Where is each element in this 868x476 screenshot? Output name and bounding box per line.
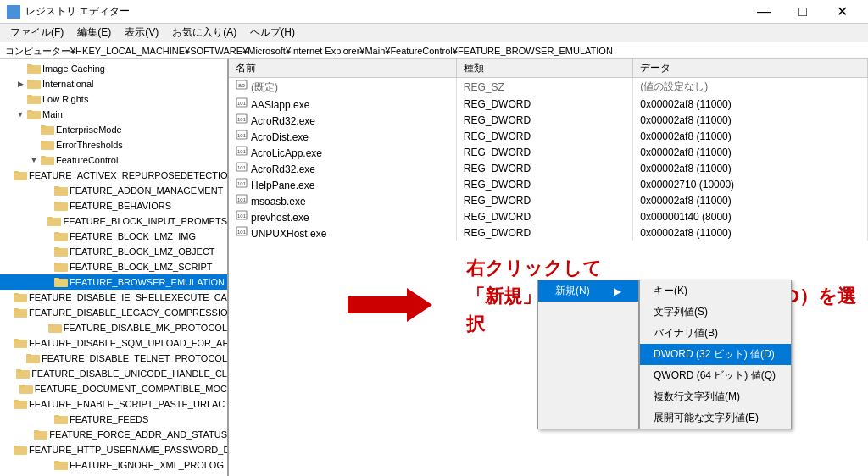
svg-rect-11 [41, 141, 46, 143]
new-menu-label: 新規(N) [555, 284, 590, 298]
menu-item-e[interactable]: 編集(E) [70, 24, 118, 42]
table-row[interactable]: 101msoasb.exeREG_DWORD0x00002af8 (11000) [229, 192, 868, 208]
table-row[interactable]: 101HelpPane.exeREG_DWORD0x00002710 (1000… [229, 176, 868, 192]
tree-expander-feature-disable-telnet [13, 351, 26, 365]
table-row[interactable]: 101AASlapp.exeREG_DWORD0x00002af8 (11000… [229, 96, 868, 112]
menu-item-h[interactable]: ヘルプ(H) [243, 24, 302, 42]
tree-item-feature-document[interactable]: FEATURE_DOCUMENT_COMPATIBLE_MOC [0, 381, 227, 396]
svg-rect-3 [27, 80, 32, 82]
tree-item-feature-disable-ie[interactable]: FEATURE_DISABLE_IE_SHELLEXECUTE_CALI [0, 290, 227, 305]
tree-item-feature-disable-sqm[interactable]: FEATURE_DISABLE_SQM_UPLOAD_FOR_AF [0, 335, 227, 351]
svg-rect-39 [26, 354, 31, 357]
svg-rect-43 [19, 385, 25, 387]
tree-item-feature-disable-unicode[interactable]: FEATURE_DISABLE_UNICODE_HANDLE_CL [0, 366, 227, 381]
tree-label-feature-force-addr: FEATURE_FORCE_ADDR_AND_STATUS [49, 428, 227, 441]
tree-item-feature-disable-legacy[interactable]: FEATURE_DISABLE_LEGACY_COMPRESSIONI [0, 305, 227, 320]
close-button[interactable]: ✕ [822, 0, 861, 24]
submenu-item-multistring[interactable]: 複数行文字列値(M) [640, 386, 791, 407]
address-bar: コンピューター¥HKEY_LOCAL_MACHINE¥SOFTWARE¥Micr… [0, 42, 868, 59]
tree-expander-feature-activex [0, 169, 14, 182]
tree-item-feature-imaging-use-art[interactable]: FEATURE_IMAGING_USE_ART [0, 473, 227, 476]
tree-item-feature-block-lmz-img[interactable]: FEATURE_BLOCK_LMZ_IMG [0, 229, 227, 244]
tree-item-main[interactable]: ▼ Main [0, 107, 227, 122]
tree-item-feature-enable-script[interactable]: FEATURE_ENABLE_SCRIPT_PASTE_URLACTI [0, 396, 227, 412]
tree-item-low-rights[interactable]: Low Rights [0, 91, 227, 107]
cell-name: AcroRd32.exe [251, 115, 315, 127]
tree-item-enterprise-mode[interactable]: EnterpriseMode [0, 122, 227, 137]
svg-text:101: 101 [237, 181, 247, 186]
dword-icon: 101 [236, 97, 248, 111]
tree-item-feature-http-username[interactable]: FEATURE_HTTP_USERNAME_PASSWORD_D [0, 442, 227, 457]
new-submenu[interactable]: キー(K)文字列値(S)バイナリ値(B)DWORD (32 ビット) 値(D)Q… [639, 280, 792, 429]
folder-icon-feature-block-lmz-script [54, 260, 68, 274]
menu-item-f[interactable]: ファイル(F) [3, 24, 70, 42]
tree-expander-main[interactable]: ▼ [14, 108, 27, 121]
tree-label-feature-block-lmz-script: FEATURE_BLOCK_LMZ_SCRIPT [70, 260, 213, 274]
tree-expander-international[interactable]: ▶ [14, 77, 27, 91]
tree-expander-feature-disable-ie [0, 291, 14, 304]
tree-label-feature-disable-mk: FEATURE_DISABLE_MK_PROTOCOL [64, 321, 227, 335]
tree-label-image-caching: Image Caching [42, 62, 105, 75]
tree-expander-low-rights [14, 92, 27, 106]
svg-text:101: 101 [237, 197, 247, 202]
tree-item-feature-disable-telnet[interactable]: FEATURE_DISABLE_TELNET_PROTOCOL [0, 351, 227, 366]
tree-item-image-caching[interactable]: Image Caching [0, 61, 227, 76]
table-row[interactable]: 101AcroLicApp.exeREG_DWORD0x00002af8 (11… [229, 144, 868, 160]
submenu-item-qword[interactable]: QWORD (64 ビット) 値(Q) [640, 365, 791, 386]
table-row[interactable]: 101AcroDist.exeREG_DWORD0x00002af8 (1100… [229, 128, 868, 144]
submenu-item-dword[interactable]: DWORD (32 ビット) 値(D) [640, 344, 791, 365]
table-row[interactable]: 101AcroRd32.exeREG_DWORD0x00002af8 (1100… [229, 112, 868, 128]
annotation-line1: 右クリックして [466, 254, 868, 282]
folder-icon-enterprise-mode [41, 123, 54, 136]
folder-icon-feature-disable-unicode [16, 367, 30, 380]
col-header-name: 名前 [229, 59, 456, 78]
tree-expander-feature-enable-script [0, 397, 14, 411]
table-row[interactable]: 101AcroRd32.exeREG_DWORD0x00002af8 (1100… [229, 160, 868, 176]
maximize-button[interactable]: □ [783, 0, 822, 24]
tree-item-feature-ignore-xml[interactable]: FEATURE_IGNORE_XML_PROLOG [0, 457, 227, 473]
folder-icon-feature-control [41, 153, 54, 167]
tree-label-feature-disable-telnet: FEATURE_DISABLE_TELNET_PROTOCOL [42, 351, 227, 365]
tree-item-feature-control[interactable]: ▼ FeatureControl [0, 152, 227, 168]
minimize-button[interactable]: — [744, 0, 783, 24]
svg-rect-31 [14, 293, 19, 296]
tree-item-feature-block-lmz-script[interactable]: FEATURE_BLOCK_LMZ_SCRIPT [0, 259, 227, 274]
submenu-item-string[interactable]: 文字列値(S) [640, 302, 791, 323]
tree-label-feature-block-input: FEATURE_BLOCK_INPUT_PROMPTS [63, 214, 227, 228]
submenu-item-expandstring[interactable]: 展開可能な文字列値(E) [640, 407, 791, 429]
tree-item-international[interactable]: ▶ International [0, 76, 227, 91]
tree-item-feature-disable-mk[interactable]: FEATURE_DISABLE_MK_PROTOCOL [0, 320, 227, 335]
menu-item-a[interactable]: お気に入り(A) [165, 24, 243, 42]
cell-type: REG_DWORD [456, 112, 633, 128]
tree-expander-feature-block-lmz-img [41, 230, 54, 243]
new-submenu-trigger[interactable]: 新規(N) ▶ [537, 280, 639, 429]
tree-item-feature-block-lmz-obj[interactable]: FEATURE_BLOCK_LMZ_OBJECT [0, 244, 227, 259]
table-row[interactable]: ab(既定)REG_SZ(値の設定なし) [229, 78, 868, 97]
cell-type: REG_DWORD [456, 96, 633, 112]
tree-item-feature-behaviors[interactable]: FEATURE_BEHAVIORS [0, 198, 227, 213]
cell-name: prevhost.exe [251, 212, 309, 224]
tree-item-feature-force-addr[interactable]: FEATURE_FORCE_ADDR_AND_STATUS [0, 427, 227, 442]
submenu-item-binary[interactable]: バイナリ値(B) [640, 323, 791, 344]
tree-label-error-thresholds: ErrorThresholds [56, 138, 123, 152]
tree-label-main: Main [42, 108, 63, 121]
table-row[interactable]: 101UNPUXHost.exeREG_DWORD0x00002af8 (110… [229, 224, 868, 241]
tree-item-feature-block-input[interactable]: FEATURE_BLOCK_INPUT_PROMPTS [0, 213, 227, 229]
tree-panel[interactable]: Image Caching▶ International Low Rights▼… [0, 59, 229, 476]
tree-item-feature-feeds[interactable]: FEATURE_FEEDS [0, 412, 227, 427]
dword-icon: 101 [236, 209, 248, 224]
tree-item-feature-browser-emulation[interactable]: FEATURE_BROWSER_EMULATION [0, 274, 227, 290]
menu-item-v[interactable]: 表示(V) [118, 24, 165, 42]
red-arrow [348, 288, 432, 324]
tree-expander-feature-control[interactable]: ▼ [27, 153, 41, 167]
table-row[interactable]: 101prevhost.exeREG_DWORD0x000001f40 (800… [229, 208, 868, 224]
new-menu-item[interactable]: 新規(N) ▶ [538, 280, 638, 302]
main-content: Image Caching▶ International Low Rights▼… [0, 59, 868, 476]
folder-icon-feature-disable-telnet [26, 351, 40, 365]
tree-item-feature-addon[interactable]: FEATURE_ADDON_MANAGEMENT [0, 183, 227, 198]
submenu-item-key[interactable]: キー(K) [640, 280, 791, 302]
svg-text:101: 101 [237, 230, 247, 235]
tree-item-error-thresholds[interactable]: ErrorThresholds [0, 137, 227, 152]
folder-icon-feature-ignore-xml [54, 458, 68, 472]
tree-item-feature-activex[interactable]: FEATURE_ACTIVEX_REPURPOSEDETECTION [0, 168, 227, 183]
